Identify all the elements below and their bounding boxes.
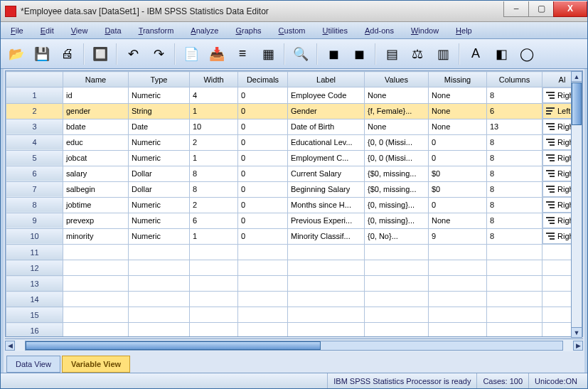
column-header[interactable]: Name bbox=[63, 72, 129, 87]
row-header[interactable]: 16 bbox=[6, 323, 63, 338]
cell-columns[interactable]: 6 bbox=[487, 103, 542, 119]
row-header[interactable]: 1 bbox=[6, 87, 63, 104]
cell-columns[interactable]: 8 bbox=[487, 166, 542, 181]
redo-button[interactable]: ↷ bbox=[147, 43, 170, 65]
scroll-thumb-vertical[interactable] bbox=[572, 82, 582, 125]
cell-label[interactable]: Employee Code bbox=[288, 87, 365, 104]
cell-missing[interactable]: None bbox=[429, 213, 487, 228]
row-header[interactable]: 11 bbox=[6, 245, 63, 260]
cell-width[interactable]: 8 bbox=[190, 166, 238, 181]
table-row[interactable]: 10minorityNumeric10Minority Classif...{0… bbox=[6, 228, 582, 245]
table-row[interactable]: 2genderString10Gender{f, Female}...None6… bbox=[6, 103, 582, 119]
cell-label[interactable]: Gender bbox=[288, 103, 365, 119]
cell-values[interactable]: {0, missing}... bbox=[365, 213, 429, 228]
table-row-empty[interactable]: 14 bbox=[6, 292, 582, 307]
cell-type[interactable]: Date bbox=[129, 119, 190, 134]
save-button[interactable]: 💾 bbox=[31, 43, 53, 65]
cell-width[interactable]: 2 bbox=[190, 197, 238, 213]
value-labels-button[interactable]: A bbox=[464, 43, 487, 65]
cell-type[interactable]: Numeric bbox=[129, 134, 190, 150]
row-header[interactable]: 10 bbox=[6, 228, 63, 245]
cell-columns[interactable]: 8 bbox=[487, 134, 542, 150]
cell-decimals[interactable]: 0 bbox=[238, 197, 288, 213]
cell-missing[interactable]: None bbox=[429, 103, 487, 119]
menu-edit[interactable]: Edit bbox=[36, 25, 58, 36]
row-header[interactable]: 15 bbox=[6, 307, 63, 323]
vertical-scrollbar[interactable]: ▲ ▼ bbox=[571, 71, 582, 337]
cell-missing[interactable]: 0 bbox=[429, 150, 487, 166]
cell-name[interactable]: jobcat bbox=[63, 150, 129, 166]
cell-columns[interactable]: 8 bbox=[487, 228, 542, 245]
cell-values[interactable]: {f, Female}... bbox=[365, 103, 429, 119]
cell-name[interactable]: educ bbox=[63, 134, 129, 150]
cell-values[interactable]: {0, 0 (Missi... bbox=[365, 134, 429, 150]
open-button[interactable]: 📂 bbox=[5, 43, 28, 65]
split-button[interactable]: ▤ bbox=[380, 43, 403, 65]
cell-values[interactable]: {$0, missing... bbox=[365, 166, 429, 181]
cell-values[interactable]: None bbox=[365, 119, 429, 134]
table-row[interactable]: 8jobtimeNumeric20Months since H...{0, mi… bbox=[6, 197, 582, 213]
cell-values[interactable]: {0, No}... bbox=[365, 228, 429, 245]
tab-variable-view[interactable]: Variable View bbox=[62, 356, 130, 373]
column-header[interactable]: Columns bbox=[487, 72, 542, 87]
table-row[interactable]: 7salbeginDollar80Beginning Salary{$0, mi… bbox=[6, 181, 582, 197]
column-headers[interactable]: NameTypeWidthDecimalsLabelValuesMissingC… bbox=[6, 72, 582, 87]
cell-name[interactable]: salbegin bbox=[63, 181, 129, 197]
row-header[interactable]: 3 bbox=[6, 119, 63, 134]
table-row[interactable]: 6salaryDollar80Current Salary{$0, missin… bbox=[6, 166, 582, 181]
select-button[interactable]: ▥ bbox=[432, 43, 454, 65]
goto-case-button[interactable]: 📄 bbox=[180, 43, 203, 65]
cell-missing[interactable]: None bbox=[429, 87, 487, 104]
cell-values[interactable]: {0, 0 (Missi... bbox=[365, 150, 429, 166]
column-header[interactable] bbox=[6, 72, 63, 87]
cell-type[interactable]: Numeric bbox=[129, 228, 190, 245]
column-header[interactable]: Missing bbox=[429, 72, 487, 87]
customize-button[interactable]: ◯ bbox=[515, 43, 538, 65]
cell-label[interactable]: Current Salary bbox=[288, 166, 365, 181]
cell-width[interactable]: 2 bbox=[190, 134, 238, 150]
cell-width[interactable]: 6 bbox=[190, 213, 238, 228]
cell-label[interactable]: Previous Experi... bbox=[288, 213, 365, 228]
cell-label[interactable]: Date of Birth bbox=[288, 119, 365, 134]
table-row-empty[interactable]: 12 bbox=[6, 260, 582, 276]
row-header[interactable]: 7 bbox=[6, 181, 63, 197]
cell-values[interactable]: {$0, missing... bbox=[365, 181, 429, 197]
weight-button[interactable]: ⚖ bbox=[406, 43, 429, 65]
cell-type[interactable]: Numeric bbox=[129, 150, 190, 166]
cell-decimals[interactable]: 0 bbox=[238, 134, 288, 150]
menu-custom[interactable]: Custom bbox=[274, 25, 310, 36]
recall-button[interactable]: 🔲 bbox=[89, 43, 112, 65]
menu-file[interactable]: File bbox=[6, 25, 28, 36]
undo-button[interactable]: ↶ bbox=[122, 43, 144, 65]
cell-columns[interactable]: 8 bbox=[487, 181, 542, 197]
cell-width[interactable]: 4 bbox=[190, 87, 238, 104]
cell-label[interactable]: Educational Lev... bbox=[288, 134, 365, 150]
cell-name[interactable]: salary bbox=[63, 166, 129, 181]
column-header[interactable]: Values bbox=[365, 72, 429, 87]
table-row-empty[interactable]: 11 bbox=[6, 245, 582, 260]
cell-name[interactable]: id bbox=[63, 87, 129, 104]
column-header[interactable]: Decimals bbox=[238, 72, 288, 87]
cell-label[interactable]: Months since H... bbox=[288, 197, 365, 213]
use-sets-button[interactable]: ◧ bbox=[490, 43, 513, 65]
cell-type[interactable]: Dollar bbox=[129, 166, 190, 181]
cell-values[interactable]: None bbox=[365, 87, 429, 104]
column-header[interactable]: Width bbox=[190, 72, 238, 87]
cell-name[interactable]: gender bbox=[63, 103, 129, 119]
cell-values[interactable]: {0, missing}... bbox=[365, 197, 429, 213]
menu-data[interactable]: Data bbox=[100, 25, 125, 36]
goto-var-button[interactable]: 📥 bbox=[205, 43, 228, 65]
cell-decimals[interactable]: 0 bbox=[238, 228, 288, 245]
cell-columns[interactable]: 8 bbox=[487, 87, 542, 104]
cell-decimals[interactable]: 0 bbox=[238, 150, 288, 166]
cell-missing[interactable]: $0 bbox=[429, 166, 487, 181]
cell-columns[interactable]: 8 bbox=[487, 213, 542, 228]
cell-name[interactable]: minority bbox=[63, 228, 129, 245]
cell-missing[interactable]: 0 bbox=[429, 134, 487, 150]
table-row[interactable]: 5jobcatNumeric10Employment C...{0, 0 (Mi… bbox=[6, 150, 582, 166]
cell-type[interactable]: String bbox=[129, 103, 190, 119]
cell-name[interactable]: jobtime bbox=[63, 197, 129, 213]
menu-view[interactable]: View bbox=[67, 25, 92, 36]
cell-missing[interactable]: 9 bbox=[429, 228, 487, 245]
cell-type[interactable]: Numeric bbox=[129, 87, 190, 104]
